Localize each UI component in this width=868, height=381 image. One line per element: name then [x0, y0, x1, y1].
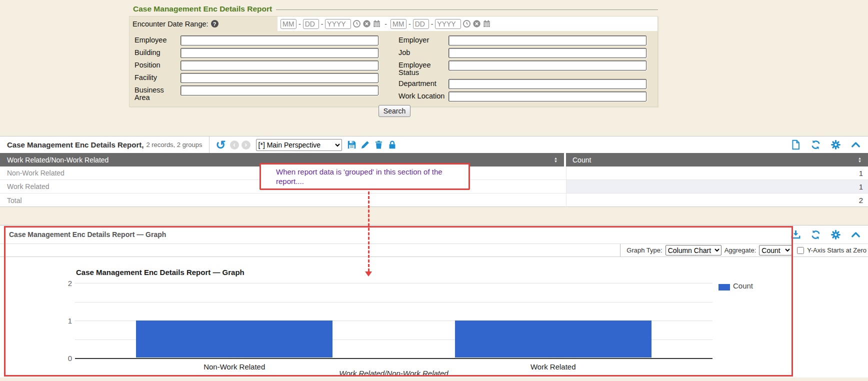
- fields-column-left: Employee Building Position Facility Busi…: [134, 36, 378, 102]
- sort-icon[interactable]: ▲▼: [554, 157, 558, 163]
- form-title: Case Management Enc Details Report: [133, 4, 272, 14]
- aggregate-label: Aggregate:: [724, 246, 756, 254]
- department-input[interactable]: [448, 79, 646, 89]
- employee-status-label: Employee Status: [398, 60, 448, 76]
- column-header-count-label: Count: [572, 156, 591, 164]
- date-dash: -: [298, 20, 302, 28]
- date-inputs-zone: - - - - -: [278, 16, 658, 31]
- date-range-row: Encounter Date Range: ? - - - - -: [130, 16, 658, 31]
- graph-panel-actions: [790, 230, 868, 240]
- chart-bar: [136, 320, 332, 358]
- row-count: 1: [566, 166, 868, 180]
- range-separator: -: [384, 20, 387, 28]
- search-button[interactable]: Search: [378, 105, 410, 117]
- graph-controls-bar: Graph Type: Column Chart Aggregate: Coun…: [0, 244, 868, 257]
- annotation-text-line2: report....: [276, 176, 464, 186]
- facility-input[interactable]: [180, 73, 378, 83]
- start-month-input[interactable]: [280, 19, 296, 29]
- chart-x-axis-title: Work Related/Non-Work Related: [75, 369, 712, 378]
- y-axis-tick: 2: [58, 279, 72, 288]
- chart-plot: 012Non-Work RelatedWork Related: [75, 283, 712, 358]
- graph-type-label: Graph Type:: [626, 246, 662, 254]
- department-label: Department: [398, 79, 448, 88]
- refresh-icon[interactable]: [810, 230, 821, 240]
- page: Case Management Enc Details Report Encou…: [0, 0, 868, 381]
- start-clear-icon[interactable]: [362, 20, 371, 28]
- date-range-label: Encounter Date Range:: [132, 20, 208, 28]
- annotation-text-line1: When report data is 'grouped' in this se…: [276, 167, 464, 176]
- building-input[interactable]: [180, 48, 378, 58]
- refresh-icon[interactable]: [810, 140, 821, 150]
- row-count: 1: [566, 180, 868, 193]
- start-calendar-icon[interactable]: [372, 20, 381, 28]
- collapse-chevron-icon[interactable]: [850, 230, 861, 240]
- business-area-input[interactable]: [180, 86, 378, 96]
- prev-icon[interactable]: ‹: [230, 140, 239, 150]
- employee-input[interactable]: [180, 36, 378, 46]
- date-dash: -: [408, 20, 412, 28]
- gridline: [75, 283, 712, 284]
- export-file-icon[interactable]: [790, 140, 801, 150]
- settings-gear-icon[interactable]: [830, 230, 841, 240]
- column-header-group-label: Work Related/Non-Work Related: [7, 156, 108, 164]
- next-icon[interactable]: ›: [242, 140, 250, 150]
- position-input[interactable]: [180, 60, 378, 70]
- building-label: Building: [134, 48, 180, 56]
- job-label: Job: [398, 48, 448, 56]
- date-dash: -: [320, 20, 324, 28]
- graph-controls-group: Graph Type: Column Chart Aggregate: Coun…: [620, 244, 866, 256]
- end-year-input[interactable]: [435, 19, 461, 29]
- record-summary: 2 records, 2 groups: [146, 141, 202, 148]
- y-axis-tick: 0: [58, 354, 72, 362]
- toolbar-divider: [209, 136, 210, 153]
- end-time-icon[interactable]: [462, 20, 471, 28]
- end-day-input[interactable]: [413, 19, 429, 29]
- job-input[interactable]: [448, 48, 646, 58]
- annotation-arrow: [368, 192, 370, 272]
- form-legend: Case Management Enc Details Report: [129, 3, 658, 15]
- fields-column-right: Employer Job Employee Status Department …: [398, 36, 646, 102]
- employee-label: Employee: [134, 36, 180, 44]
- graph-type-select[interactable]: Column Chart: [666, 245, 722, 256]
- aggregate-select[interactable]: Count: [759, 245, 792, 256]
- edit-icon[interactable]: [360, 140, 370, 150]
- search-form: Case Management Enc Details Report Encou…: [129, 3, 658, 107]
- column-header-count[interactable]: Count ▲▼: [566, 153, 868, 166]
- help-icon[interactable]: ?: [211, 20, 218, 28]
- annotation-box: When report data is 'grouped' in this se…: [260, 163, 470, 190]
- end-clear-icon[interactable]: [472, 20, 481, 28]
- report-panel-actions: [790, 140, 868, 150]
- delete-icon[interactable]: [374, 140, 384, 150]
- row-count: 2: [566, 194, 868, 207]
- form-box: Encounter Date Range: ? - - - - -: [129, 16, 658, 107]
- collapse-chevron-icon[interactable]: [850, 140, 861, 150]
- start-time-icon[interactable]: [352, 20, 361, 28]
- table-row-total[interactable]: Total 2: [0, 194, 868, 207]
- position-label: Position: [134, 60, 180, 69]
- chart-title: Case Management Enc Details Report — Gra…: [76, 268, 244, 276]
- end-calendar-icon[interactable]: [482, 20, 491, 28]
- graph-panel-header: Case Management Enc Details Report — Gra…: [0, 226, 868, 244]
- download-icon[interactable]: [790, 230, 801, 240]
- perspective-select[interactable]: [*] Main Perspective: [256, 139, 342, 151]
- sort-down-icon: ▼: [858, 160, 862, 163]
- start-year-input[interactable]: [325, 19, 351, 29]
- undo-icon[interactable]: ↺: [216, 140, 226, 150]
- y-axis-tick: 1: [58, 316, 72, 325]
- end-month-input[interactable]: [390, 19, 406, 29]
- settings-gear-icon[interactable]: [830, 140, 841, 150]
- legend-swatch: [718, 284, 730, 290]
- report-toolbar: Case Management Enc Details Report, 2 re…: [0, 136, 868, 153]
- employer-label: Employer: [398, 36, 448, 44]
- y-axis-zero-checkbox[interactable]: [797, 247, 804, 254]
- annotation-arrowhead-icon: [365, 272, 372, 276]
- work-location-input[interactable]: [448, 92, 646, 102]
- lock-icon[interactable]: [388, 140, 397, 150]
- sort-icon[interactable]: ▲▼: [858, 157, 862, 163]
- employee-status-input[interactable]: [448, 60, 646, 70]
- start-day-input[interactable]: [303, 19, 319, 29]
- employer-input[interactable]: [448, 36, 646, 46]
- date-range-label-zone: Encounter Date Range: ?: [130, 16, 278, 31]
- save-icon[interactable]: [347, 140, 356, 150]
- chart-bar: [455, 320, 652, 358]
